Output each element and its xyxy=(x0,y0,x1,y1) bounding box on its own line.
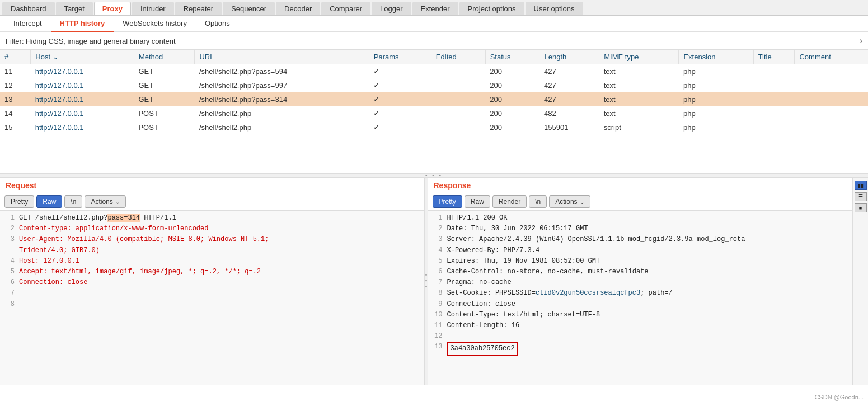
tab-http-history[interactable]: HTTP history xyxy=(51,16,114,32)
view-list-btn[interactable]: ☰ xyxy=(855,192,867,201)
cell-edited xyxy=(431,78,485,92)
nav-logger[interactable]: Logger xyxy=(372,2,411,15)
response-line-13: 13 3a4a30ab25705ec2 xyxy=(433,342,848,356)
response-actions-dropdown[interactable]: Actions ⌄ xyxy=(549,195,590,208)
table-row[interactable]: 14 http://127.0.0.1 POST /shell/shell2.p… xyxy=(0,106,868,120)
cell-num: 15 xyxy=(0,120,31,134)
response-code-area: 1HTTP/1.1 200 OK 2Date: Thu, 30 Jun 2022… xyxy=(428,211,852,385)
tab-options[interactable]: Options xyxy=(196,16,239,32)
request-newline-btn[interactable]: \n xyxy=(64,195,82,208)
cell-edited xyxy=(431,92,485,106)
nav-user-options[interactable]: User options xyxy=(526,2,583,15)
request-line-4: 4 Host: 127.0.0.1 xyxy=(4,256,420,267)
cell-method: POST xyxy=(134,120,195,134)
watermark: CSDN @Goodri... xyxy=(814,394,864,401)
cell-status: 200 xyxy=(485,106,539,120)
cell-length: 427 xyxy=(539,92,599,106)
cell-length: 427 xyxy=(539,64,599,78)
nav-target[interactable]: Target xyxy=(56,2,93,15)
response-pretty-btn[interactable]: Pretty xyxy=(433,195,462,208)
request-actions-dropdown[interactable]: Actions ⌄ xyxy=(85,195,125,208)
response-raw-btn[interactable]: Raw xyxy=(465,195,490,208)
right-sidebar: ▮▮ ☰ ■ xyxy=(852,178,868,385)
response-newline-btn[interactable]: \n xyxy=(529,195,547,208)
col-params: Params xyxy=(369,50,431,64)
bottom-section: Request Pretty Raw \n Actions ⌄ 1 GET /s… xyxy=(0,178,868,385)
nav-decoder[interactable]: Decoder xyxy=(276,2,320,15)
request-line-6: 6 Connection: close xyxy=(4,277,420,288)
cell-method: GET xyxy=(134,78,195,92)
table-row[interactable]: 12 http://127.0.0.1 GET /shell/shell2.ph… xyxy=(0,78,868,92)
cell-status: 200 xyxy=(485,120,539,134)
cell-status: 200 xyxy=(485,64,539,78)
cell-comment xyxy=(795,106,868,120)
request-line-3b: Trident/4.0; GTB7.0) xyxy=(4,245,420,256)
request-line-8: 8 xyxy=(4,299,420,310)
cell-comment xyxy=(795,78,868,92)
request-code-area: 1 GET /shell/shell2.php?pass=314 HTTP/1.… xyxy=(0,211,424,385)
table-row[interactable]: 13 http://127.0.0.1 GET /shell/shell2.ph… xyxy=(0,92,868,106)
col-extension: Extension xyxy=(679,50,753,64)
filter-bar[interactable]: Filter: Hiding CSS, image and general bi… xyxy=(0,32,868,50)
view-detail-btn[interactable]: ■ xyxy=(855,203,867,212)
cell-params: ✓ xyxy=(369,78,431,92)
cell-host: http://127.0.0.1 xyxy=(31,78,134,92)
cell-host: http://127.0.0.1 xyxy=(31,106,134,120)
col-host[interactable]: Host ⌄ xyxy=(31,50,134,64)
cell-mime: text xyxy=(599,78,679,92)
filter-arrow-icon[interactable]: › xyxy=(860,36,862,46)
vertical-splitter[interactable]: • • • xyxy=(0,173,868,178)
col-mime: MIME type xyxy=(599,50,679,64)
request-pane: Request Pretty Raw \n Actions ⌄ 1 GET /s… xyxy=(0,178,425,385)
nav-intruder[interactable]: Intruder xyxy=(132,2,174,15)
cell-url: /shell/shell2.php xyxy=(195,120,369,134)
cell-mime: text xyxy=(599,64,679,78)
cell-num: 13 xyxy=(0,92,31,106)
tab-websockets-history[interactable]: WebSockets history xyxy=(114,16,196,32)
cell-title xyxy=(753,64,795,78)
http-table: # Host ⌄ Method URL Params Edited Status… xyxy=(0,50,868,134)
cell-length: 155901 xyxy=(539,120,599,134)
tab-intercept[interactable]: Intercept xyxy=(4,16,51,32)
nav-extender[interactable]: Extender xyxy=(412,2,458,15)
request-title: Request xyxy=(0,178,424,193)
col-length: Length xyxy=(539,50,599,64)
response-actions-arrow-icon: ⌄ xyxy=(580,199,584,205)
cell-method: GET xyxy=(134,64,195,78)
cell-ext: php xyxy=(679,64,753,78)
cell-url: /shell/shell2.php?pass=997 xyxy=(195,78,369,92)
col-url: URL xyxy=(195,50,369,64)
cell-title xyxy=(753,78,795,92)
table-row[interactable]: 15 http://127.0.0.1 POST /shell/shell2.p… xyxy=(0,120,868,134)
request-pretty-btn[interactable]: Pretty xyxy=(4,195,34,208)
cell-params: ✓ xyxy=(369,120,431,134)
request-actions-arrow-icon: ⌄ xyxy=(115,199,120,205)
nav-proxy[interactable]: Proxy xyxy=(94,2,131,15)
col-status: Status xyxy=(485,50,539,64)
nav-sequencer[interactable]: Sequencer xyxy=(223,2,275,15)
highlighted-response-value: 3a4a30ab25705ec2 xyxy=(447,342,518,356)
request-line-3: 3 User-Agent: Mozilla/4.0 (compatible; M… xyxy=(4,234,420,245)
col-method: Method xyxy=(134,50,195,64)
cell-params: ✓ xyxy=(369,106,431,120)
response-render-btn[interactable]: Render xyxy=(492,195,527,208)
request-line-5: 5 Accept: text/html, image/gif, image/jp… xyxy=(4,267,420,277)
cell-ext: php xyxy=(679,120,753,134)
view-grid-btn[interactable]: ▮▮ xyxy=(855,181,867,190)
nav-repeater[interactable]: Repeater xyxy=(175,2,222,15)
cell-mime: script xyxy=(599,120,679,134)
request-raw-btn[interactable]: Raw xyxy=(36,195,62,208)
nav-comparer[interactable]: Comparer xyxy=(321,2,370,15)
cell-params: ✓ xyxy=(369,92,431,106)
nav-dashboard[interactable]: Dashboard xyxy=(2,2,55,15)
request-btn-bar: Pretty Raw \n Actions ⌄ xyxy=(0,193,424,211)
cell-url: /shell/shell2.php?pass=594 xyxy=(195,64,369,78)
nav-project-options[interactable]: Project options xyxy=(459,2,524,15)
cell-method: GET xyxy=(134,92,195,106)
cell-method: POST xyxy=(134,106,195,120)
table-row[interactable]: 11 http://127.0.0.1 GET /shell/shell2.ph… xyxy=(0,64,868,78)
cell-edited xyxy=(431,120,485,134)
response-title: Response xyxy=(428,178,852,193)
http-table-wrapper: # Host ⌄ Method URL Params Edited Status… xyxy=(0,50,868,173)
cell-mime: text xyxy=(599,106,679,120)
